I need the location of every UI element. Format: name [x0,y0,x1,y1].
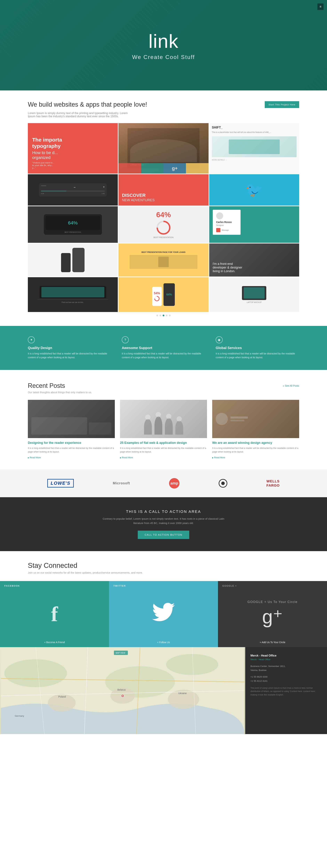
brand-lowes: LOWE'S [47,479,74,488]
brand-target [219,479,227,488]
stay-connected-subtitle: Join us on our social networks for all t… [28,571,299,574]
svg-point-1 [4,659,67,687]
address-company-title: Merck - Head Office [250,654,322,657]
portfolio-item-typography[interactable]: The importatypography How to be d...orga… [28,123,118,174]
portfolio-item-presentation[interactable]: BEST PRESENTATION PAGE FOR YOUR LOANS [118,244,208,277]
address-panel: Merck - Head Office Merck - Head Office … [245,647,327,734]
google-action[interactable]: Add Us To Your Circle [218,641,327,644]
address-phone2: +1 55 4112 4141 [250,679,322,683]
feature-quality-title: Quality Design [28,346,111,350]
map-area[interactable]: Poland Belarus Ukraine Germany MAP VIEW [0,647,245,734]
portfolio-item-phones1[interactable] [28,244,118,277]
people-silhouettes [141,400,187,438]
portfolio-item-chartmobile[interactable]: 54% 64% [118,277,208,312]
build-section: We build websites & apps that people lov… [0,90,327,326]
portfolio-item-dark1[interactable]: − + 0:342:45 [28,174,118,206]
post-title-3[interactable]: We are an award winning design agency [212,441,299,445]
portfolio-item-discover[interactable]: DISCOVER NEW ADVENTURES [118,174,208,206]
twitter-icon [152,601,175,627]
silhouette-4 [175,421,183,435]
pagination-dot-3[interactable] [162,315,165,316]
portfolio-item-chart64[interactable]: 64% BEST PRESENTATION [118,206,208,243]
brands-section: LOWE'S Microsoft amp WELLSFARGO [0,469,327,497]
pagination-dot-2[interactable] [159,315,161,316]
google-link[interactable]: Add Us To Your Circle [260,641,285,644]
portfolio-item-photo1[interactable]: LOREM IPSUM g+ [118,123,208,174]
portfolio-grid: The importatypography How to be d...orga… [28,123,299,312]
social-google[interactable]: GOOGLE + GOOGLE + Us To Your Circle g⁺ A… [218,581,327,647]
silhouette-3 [165,418,173,435]
address-footer-text: The point of using Lorem Ipsum is that i… [250,686,322,696]
typography-text2: How to be d...organized [32,150,113,160]
portfolio-item-frontdev[interactable]: I'm a front-enddeveloper & designerlivin… [209,244,299,277]
facebook-link[interactable]: Become A Friend [44,641,65,644]
silhouette-1 [144,419,152,435]
svg-text:Ukraine: Ukraine [178,692,187,694]
hero-content: link We Create Cool Stuff [132,30,195,60]
google-content: GOOGLE + Us To Your Circle g⁺ [247,600,298,628]
portfolio-item-darkdevice[interactable]: 64% BEST PRESENTATION [28,206,118,243]
post-readmore-1[interactable]: Read More [28,456,41,459]
twitter-label: TWITTER [113,585,126,587]
post-image-1 [28,400,115,438]
pagination-dot-1[interactable] [156,315,158,316]
hero-section: ≡ link We Create Cool Stuff [0,0,327,90]
build-header: We build websites & apps that people lov… [28,101,299,108]
post-readmore-2[interactable]: Read More [120,456,133,459]
post-title-1[interactable]: Designing for the reader experience [28,441,115,445]
pagination-dot-4[interactable] [166,315,168,316]
portfolio-item-shift[interactable]: SHIFT_ This is a placeholder text that w… [209,123,299,174]
social-twitter[interactable]: TWITTER Follow Us [109,581,218,647]
post-image-2 [120,400,207,438]
typography-text1: The importatypography [32,137,113,149]
map-svg: Poland Belarus Ukraine Germany MAP VIEW [0,647,245,734]
twitter-link[interactable]: Follow Us [157,641,170,644]
cta-section: THIS IS A CALL TO ACTION AREA Contrary t… [0,497,327,551]
features-section: ✦ Quality Design It is a long establishe… [0,326,327,370]
address-subtitle: Merck - Head Office [250,658,322,661]
facebook-action[interactable]: Become A Friend [0,641,109,644]
portfolio-item-profilecard[interactable]: Carles Rosso Designer Message [209,206,299,243]
stay-connected-section: Stay Connected Join us on our social net… [0,551,327,581]
post-title-2[interactable]: 25 Examples of flat web & application de… [120,441,207,445]
start-project-button[interactable]: Start This Project Here [265,101,299,108]
build-description: Lorem Ipsum is simply dummy text of the … [28,112,132,118]
build-title: We build websites & apps that people lov… [28,101,147,108]
address-phone1: +1 55 6629 4200 [250,675,322,679]
feature-quality-desc: It is a long established fact that a rea… [28,352,111,360]
address-phones: +1 55 6629 4200 +1 55 4112 4141 [250,675,322,683]
social-facebook[interactable]: FACEBOOK f Become A Friend [0,581,109,647]
portfolio-item-laptop[interactable]: Find out how we can do this.. [28,277,118,312]
hero-title: link [132,30,195,52]
feature-quality: ✦ Quality Design It is a long establishe… [28,336,111,360]
recent-posts-section: Recent Posts » See All Posts Our latest … [0,370,327,469]
post-image-3 [212,400,299,438]
frontdev-text: I'm a front-enddeveloper & designerlivin… [213,262,242,273]
portfolio-item-twitter[interactable]: 🐦 [209,174,299,206]
recent-posts-subtitle: Our latest thoughts about things that on… [28,391,299,394]
cta-button[interactable]: CALL TO ACTION BUTTON [138,531,189,539]
twitter-action-text: Follow Us [159,641,170,644]
discover-text: DISCOVER [122,193,146,198]
feature-support: ? Awesome Support It is a long establish… [122,336,205,360]
facebook-action-text: Become A Friend [46,641,65,644]
recent-posts-header: Recent Posts » See All Posts [28,382,299,390]
svg-text:MAP VIEW: MAP VIEW [116,652,125,654]
svg-point-18 [122,695,123,696]
facebook-icon: f [51,602,58,626]
post-readmore-3[interactable]: Read More [212,456,225,459]
menu-button[interactable]: ≡ [318,3,324,10]
post-card-1: Designing for the reader experience It i… [28,400,115,459]
feature-support-desc: It is a long established fact that a rea… [122,352,205,360]
pagination-dot-5[interactable] [169,315,171,316]
see-all-link[interactable]: » See All Posts [283,384,299,387]
feature-global: ◉ Global Services It is a long establish… [216,336,299,360]
svg-text:Poland: Poland [58,695,66,698]
google-action-text: Add Us To Your Circle [262,641,285,644]
hero-subtitle: We Create Cool Stuff [132,54,195,60]
support-icon: ? [122,336,129,343]
cta-title: THIS IS A CALL TO ACTION AREA [28,509,299,514]
twitter-action[interactable]: Follow Us [109,641,218,644]
portfolio-item-yellowphones[interactable]: LAPTOP MOCKUP [209,277,299,312]
social-section: FACEBOOK f Become A Friend TWITTER Follo… [0,581,327,647]
